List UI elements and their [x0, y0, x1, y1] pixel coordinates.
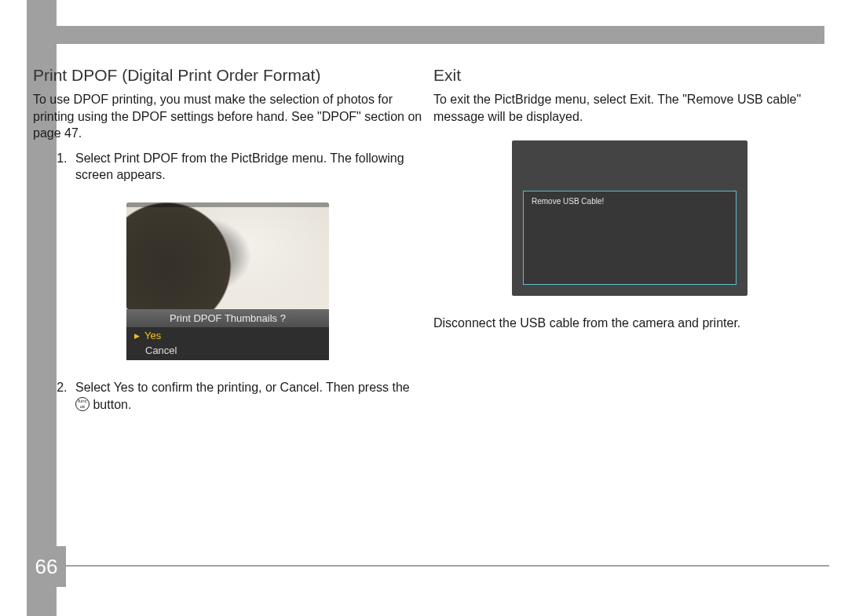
dpof-step-2-post: button.: [93, 398, 131, 411]
heading-dpof: Print DPOF (Digital Print Order Format): [33, 66, 422, 85]
exit-intro: To exit the PictBridge menu, select Exit…: [433, 91, 824, 125]
usb-screenshot: Remove USB Cable!: [512, 140, 747, 296]
dpof-step-2: Select Yes to confirm the printing, or C…: [71, 379, 422, 413]
dpof-option-yes: Yes: [126, 327, 329, 343]
footer-rule: [66, 565, 829, 567]
dpof-prompt: Print DPOF Thumbnails ?: [126, 309, 329, 327]
dpof-step-1: Select Print DPOF from the PictBridge me…: [71, 150, 422, 184]
remove-usb-message: Remove USB Cable!: [532, 197, 604, 206]
dpof-screenshot-image: [126, 202, 329, 309]
func-ok-icon: funcok: [75, 397, 90, 411]
dpof-step-2-pre: Select Yes to confirm the printing, or C…: [75, 381, 410, 394]
heading-exit: Exit: [433, 66, 824, 85]
dpof-intro: To use DPOF printing, you must make the …: [33, 91, 422, 142]
page-number: 66: [27, 546, 66, 587]
top-bar: [27, 26, 824, 44]
exit-after: Disconnect the USB cable from the camera…: [433, 315, 824, 332]
dpof-option-cancel: Cancel: [126, 343, 329, 360]
dpof-screenshot: Print DPOF Thumbnails ? Yes Cancel: [126, 202, 329, 360]
